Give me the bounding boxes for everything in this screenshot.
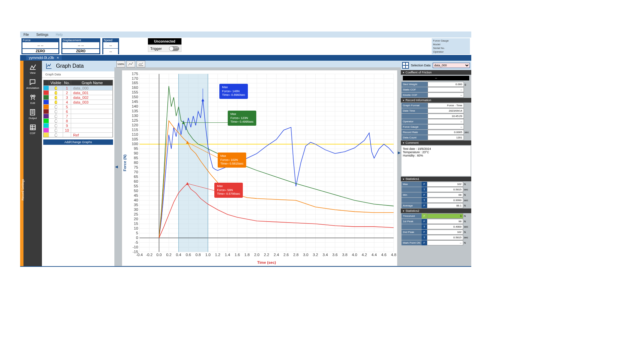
svg-text:2.0: 2.0 <box>254 253 260 257</box>
stats-row: 2nd PeakF102N <box>401 230 471 235</box>
selection-dropdown[interactable]: data_000 <box>433 63 470 68</box>
kv-row: Kinetic COF-- <box>401 93 471 98</box>
kv-row: Sled Weight0.000g <box>401 82 471 87</box>
document-tab[interactable]: yymmdd-0t.z3b × <box>26 55 62 60</box>
chart[interactable]: -0.4-0.20.00.20.40.60.81.01.21.41.61.82.… <box>122 70 397 266</box>
svg-text:20: 20 <box>134 217 138 221</box>
svg-text:125: 125 <box>132 118 138 122</box>
record-settings-bar[interactable]: Record Settings <box>20 61 23 266</box>
sidebar-item-annotation[interactable]: Annotation <box>26 78 39 89</box>
svg-text:75: 75 <box>134 165 138 169</box>
device-model: Model <box>433 43 469 46</box>
svg-text:130: 130 <box>132 114 138 118</box>
stats1-header[interactable]: Statistics1 <box>401 177 471 181</box>
svg-text:10: 10 <box>134 226 138 230</box>
stats-row: T0.5815sec <box>401 235 471 240</box>
comment-header[interactable]: Comment <box>401 140 471 145</box>
table-row[interactable]: 4data_003 <box>44 100 113 104</box>
svg-text:1.0: 1.0 <box>205 253 211 257</box>
svg-rect-3 <box>30 125 35 130</box>
svg-text:95: 95 <box>134 146 138 150</box>
svg-text:50: 50 <box>134 189 138 193</box>
stats2-header[interactable]: Statistics2 <box>401 208 471 213</box>
annotation-green: MaxForce= 123NTime= 0.4995sec <box>228 111 256 126</box>
device-serial: Serial No. <box>433 47 469 50</box>
stats-row: MinF68N <box>401 192 471 197</box>
svg-text:0.8: 0.8 <box>196 253 201 257</box>
trigger-row: Trigger <box>148 45 181 52</box>
document-tabbar: yymmdd-0t.z3b × <box>20 55 471 60</box>
svg-text:155: 155 <box>132 90 138 94</box>
table-row[interactable]: 9 <box>44 123 113 128</box>
connection-status: Unconnected Trigger <box>148 38 181 52</box>
chart-toolbar: 100% <box>114 61 401 67</box>
sidebar-item-cof[interactable]: COF <box>29 124 37 135</box>
device-info: Force Gauge Model Serial No. Operator <box>432 38 470 54</box>
svg-text:120: 120 <box>132 123 138 127</box>
svg-text:3.8: 3.8 <box>342 253 347 257</box>
svg-text:1.2: 1.2 <box>215 253 220 257</box>
menu-file[interactable]: File <box>23 33 29 37</box>
svg-text:110: 110 <box>132 132 138 136</box>
sidebar-item-edit[interactable]: Edit <box>29 94 37 105</box>
table-row[interactable]: Ref <box>44 132 113 137</box>
menu-settings[interactable]: Settings <box>36 33 48 37</box>
kv-row: 10:45:29 <box>401 114 471 119</box>
trigger-toggle[interactable] <box>169 46 179 51</box>
right-panel: Selection Data data_000 Coeffient of Fri… <box>401 61 471 266</box>
svg-text:2.2: 2.2 <box>264 253 269 257</box>
table-row[interactable]: 1data_000 <box>44 85 113 90</box>
graph-data-tab[interactable]: Graph Data <box>42 71 114 78</box>
stats-row: 1st PeakF98N <box>401 219 471 224</box>
kv-row: Date Time2023/09/14 <box>401 108 471 113</box>
stats-row: ThresholdF3N <box>401 214 471 219</box>
table-row[interactable]: 3data_002 <box>44 95 113 100</box>
close-icon[interactable]: × <box>57 56 59 60</box>
svg-text:Force (N): Force (N) <box>123 155 127 171</box>
chart-tool-1[interactable] <box>126 61 135 67</box>
svg-text:0.2: 0.2 <box>166 253 171 257</box>
svg-text:3.4: 3.4 <box>323 253 328 257</box>
zoom-100-button[interactable]: 100% <box>116 61 125 67</box>
sidebar-item-output[interactable]: Output <box>29 109 37 120</box>
kv-row: Force Gauge-- <box>401 124 471 129</box>
menu-help[interactable]: Help <box>56 33 63 37</box>
svg-text:85: 85 <box>134 156 138 160</box>
table-row[interactable]: 5 <box>44 104 113 109</box>
table-row[interactable]: 10 <box>44 128 113 132</box>
force-zero-button[interactable]: ZERO <box>22 49 58 53</box>
svg-text:3.6: 3.6 <box>332 253 338 257</box>
menubar[interactable]: File Settings Help <box>20 32 471 38</box>
svg-text:-5: -5 <box>135 240 138 244</box>
svg-text:30: 30 <box>134 207 138 212</box>
sidebar-item-view[interactable]: View <box>29 63 37 74</box>
col-name: Graph Name <box>71 80 113 85</box>
svg-text:Time (sec): Time (sec) <box>257 260 276 264</box>
svg-text:105: 105 <box>132 137 138 141</box>
col-no: No. <box>63 80 71 85</box>
add-change-graphs-button[interactable]: Add/Change Graphs <box>43 139 113 145</box>
svg-text:25: 25 <box>134 212 138 216</box>
cof-header[interactable]: Coeffient of Friction <box>401 70 471 75</box>
table-row[interactable]: 8 <box>44 118 113 123</box>
chart-tool-2[interactable] <box>137 61 145 67</box>
grid-icon[interactable] <box>402 62 409 69</box>
annotation-blue: MaxForce= 148NTime= 0.8960sec <box>219 84 248 99</box>
table-row[interactable]: 7 <box>44 114 113 118</box>
svg-text:160: 160 <box>132 85 138 89</box>
stats-row: AverageF88.1N <box>401 203 471 208</box>
disp-zero-button[interactable]: ZERO <box>62 49 99 53</box>
speed-value2: -- <box>103 49 118 55</box>
svg-text:0.4: 0.4 <box>176 253 181 257</box>
svg-text:145: 145 <box>132 100 138 104</box>
collapse-left-icon[interactable]: ◀ <box>114 164 118 170</box>
svg-text:3.0: 3.0 <box>303 253 308 257</box>
record-info-header[interactable]: Record Information <box>401 98 471 103</box>
collapse-right-icon[interactable]: ▶ <box>397 149 401 156</box>
svg-text:115: 115 <box>132 128 138 132</box>
speed-value: -- <box>103 42 118 48</box>
table-row[interactable]: 2data_001 <box>44 90 113 95</box>
svg-text:60: 60 <box>134 179 138 183</box>
kv-row: Operator-- <box>401 119 471 124</box>
table-row[interactable]: 6 <box>44 109 113 114</box>
